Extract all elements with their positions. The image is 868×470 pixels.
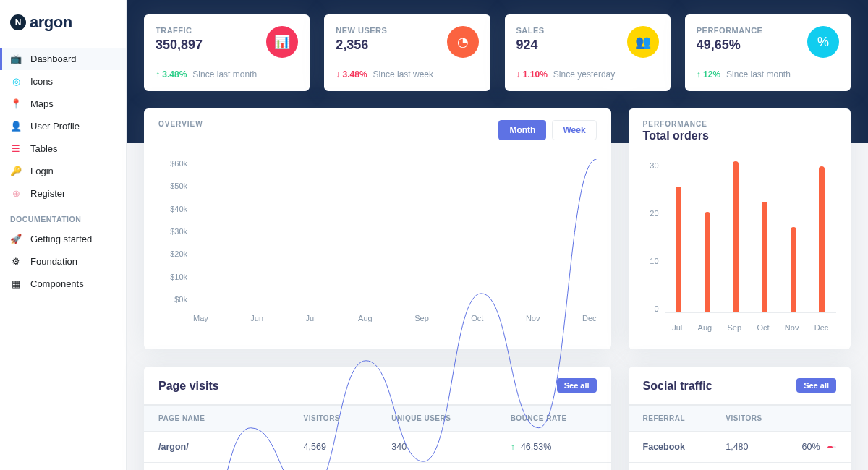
x-tick: May [193,314,208,322]
nav-icon: ▦ [10,278,22,289]
y-tick: $60k [158,159,187,168]
bar [762,202,767,312]
stat-icon: 👥 [627,26,659,58]
nav-icon: 📺 [10,54,22,64]
y-tick: $20k [158,249,187,258]
nav-label: Tables [30,143,58,154]
stat-label: TRAFFIC [156,26,203,35]
sidebar-item-dashboard[interactable]: 📺Dashboard [0,48,126,70]
docs-item-foundation[interactable]: ⚙Foundation [0,250,126,273]
total-orders-card: PERFORMANCE Total orders 3020100 JulAugS… [629,108,851,349]
y-tick: $40k [158,205,187,213]
social-traffic-table: REFERRALVISITORS Facebook 1,480 60% Face… [629,405,851,470]
stat-card-performance: PERFORMANCE 49,65% % ↑ 12% Since last mo… [685,14,851,91]
brand-logo[interactable]: N argon [0,0,126,48]
x-tick: Dec [582,314,597,322]
y-tick: 10 [643,257,659,265]
overview-line-chart: $60k$50k$40k$30k$20k$10k$0k MayJunJulAug… [158,159,597,325]
y-tick: 30 [643,161,659,170]
sidebar-item-user-profile[interactable]: 👤User Profile [0,115,126,137]
docs-item-getting-started[interactable]: 🚀Getting started [0,228,126,250]
y-tick: $50k [158,181,187,190]
x-tick: Jun [250,314,263,322]
table-row: Facebook 5,480 70% [629,463,851,471]
brand-mark-icon: N [10,14,26,30]
progress-pct: 60% [802,442,820,452]
nav-label: Getting started [30,234,92,244]
table-header: REFERRAL [629,406,712,432]
referral-cell: Facebook [629,463,712,471]
x-tick: Dec [814,323,829,332]
overview-card: OVERVIEW Month Week $60k$50k$40k$30k$20k… [144,108,611,349]
stat-value: 49,65% [697,38,763,53]
visitors-cell: 1,480 [711,432,787,463]
social-traffic-see-all[interactable]: See all [796,378,836,393]
progress-bar [827,446,836,448]
x-tick: Jul [306,314,316,322]
sidebar-item-register[interactable]: ⊕Register [0,182,126,205]
x-tick: Aug [358,314,373,322]
nav-icon: ⚙ [10,256,22,267]
table-row: Facebook 1,480 60% [629,432,851,463]
stat-card-sales: SALES 924 👥 ↓ 1.10% Since yesterday [505,14,671,91]
stat-trend: ↑ 3.48% [156,69,187,80]
nav-label: Login [30,166,54,176]
y-tick: $30k [158,227,187,236]
stat-value: 924 [516,38,545,53]
sidebar-item-login[interactable]: 🔑Login [0,160,126,182]
main-content: TRAFFIC 350,897 📊 ↑ 3.48% Since last mon… [127,0,868,470]
bar [676,187,681,312]
x-tick: Oct [757,323,769,332]
stat-card-new-users: NEW USERS 2,356 ◔ ↓ 3.48% Since last wee… [324,14,490,91]
stat-trend: ↓ 3.48% [336,69,367,80]
x-tick: Nov [785,323,799,332]
stat-since: Since last month [192,69,257,80]
overview-overline: OVERVIEW [158,120,203,128]
nav-label: Maps [30,98,54,109]
stat-icon: 📊 [266,26,298,58]
x-tick: Nov [526,314,540,322]
table-header: VISITORS [711,406,787,432]
progress-cell: 60% [788,432,851,463]
nav-icon: 🚀 [10,234,22,244]
toggle-week[interactable]: Week [552,120,596,140]
stat-label: NEW USERS [336,26,387,35]
table-header [788,406,851,432]
toggle-month[interactable]: Month [498,120,546,140]
bar [705,212,710,312]
nav-label: Dashboard [30,54,77,64]
nav-icon: 📍 [10,98,22,109]
nav-label: Icons [30,76,53,87]
nav-label: Components [30,278,84,289]
stat-trend: ↑ 12% [697,69,720,80]
sidebar-item-icons[interactable]: ◎Icons [0,70,126,93]
stat-since: Since yesterday [553,69,615,80]
social-traffic-card: Social traffic See all REFERRALVISITORS … [629,367,851,470]
stat-since: Since last month [726,69,791,80]
nav-label: Register [30,188,65,199]
bar [819,166,825,312]
stat-icon: % [807,26,839,58]
x-tick: Sep [414,314,429,322]
stat-card-traffic: TRAFFIC 350,897 📊 ↑ 3.48% Since last mon… [144,14,310,91]
referral-cell: Facebook [629,432,712,463]
sidebar: N argon 📺Dashboard◎Icons📍Maps👤User Profi… [0,0,127,470]
y-tick: 0 [643,304,659,313]
docs-item-components[interactable]: ▦Components [0,273,126,295]
nav-icon: 🔑 [10,166,22,176]
overview-range-toggle: Month Week [498,120,596,140]
sidebar-item-maps[interactable]: 📍Maps [0,93,126,115]
stat-value: 350,897 [156,38,203,53]
stat-value: 2,356 [336,38,387,53]
stat-label: SALES [516,26,545,35]
x-tick: Aug [698,323,712,332]
brand-name: argon [30,13,72,32]
stat-label: PERFORMANCE [697,26,763,35]
x-tick: Sep [728,323,742,332]
orders-bar-chart: 3020100 JulAugSepOctNovDec [643,161,836,335]
nav-icon: ⊕ [10,188,22,199]
sidebar-item-tables[interactable]: ☰Tables [0,137,126,160]
x-tick: Oct [471,314,483,322]
bar [791,227,796,312]
visitors-cell: 5,480 [711,463,787,471]
